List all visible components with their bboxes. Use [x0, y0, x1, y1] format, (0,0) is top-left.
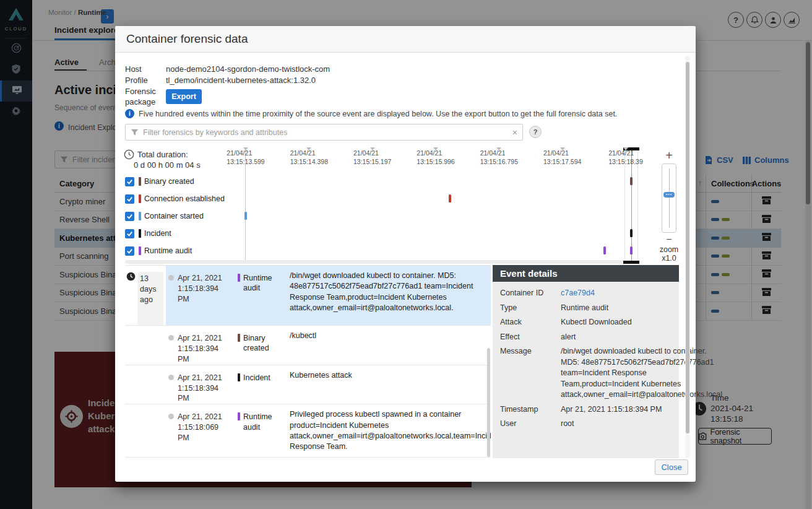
checkbox-checked[interactable]: [125, 246, 134, 256]
modal-scrollbar-handle[interactable]: [686, 62, 689, 433]
event-date: Apr 21, 2021: [178, 412, 231, 422]
time-ago-badge: 13 days ago: [137, 272, 163, 325]
modal-header: Container forensic data: [115, 26, 696, 53]
forensic-package-label: Forensic package: [125, 87, 161, 108]
event-marker-connection-established[interactable]: [449, 194, 451, 202]
axis-label: 21/04/2113:15:18.39: [608, 149, 642, 166]
detail-label: Effect: [500, 332, 558, 343]
axis-time: 13:15:15.197: [353, 158, 391, 167]
info-icon: i: [125, 109, 134, 118]
event-marker-container-started[interactable]: [244, 212, 247, 220]
event-type-cell: Connection established: [235, 458, 290, 458]
event-date-cell: Apr 21, 20211:15:16:157 PM: [166, 458, 235, 458]
checkbox-checked[interactable]: [125, 194, 134, 204]
event-dot-icon: [168, 414, 174, 419]
timeline-hscrollbar[interactable]: [125, 260, 624, 264]
event-row[interactable]: 13 days agoApr 21, 20211:15:18:394 PMRun…: [125, 266, 491, 326]
legend-swatch: [139, 212, 141, 220]
event-type-cell: Runtime audit: [235, 404, 290, 457]
axis-time: 13:15:13.599: [227, 158, 264, 167]
time-ago-cell: [125, 404, 166, 457]
clock-icon: [126, 272, 136, 325]
zoom-out-button[interactable]: −: [651, 234, 687, 245]
detail-label: Type: [500, 303, 558, 314]
event-time: 1:15:18:394 PM: [178, 383, 231, 404]
legend-item: Connection established: [125, 193, 225, 205]
event-datetime: Apr 21, 20211:15:18:394 PM: [178, 333, 231, 365]
detail-label: Timestamp: [500, 404, 558, 415]
event-message-cell: Privileged process kubectl spawned in a …: [290, 404, 491, 457]
event-date: Apr 21, 2021: [178, 373, 231, 383]
event-message-cell: /kubectl: [290, 326, 491, 365]
time-ago-cell: [125, 326, 166, 365]
event-list: 13 days agoApr 21, 20211:15:18:394 PMRun…: [125, 265, 491, 458]
event-date: Apr 21, 2021: [178, 273, 231, 284]
detail-value: Kubectl Downloaded: [561, 317, 722, 328]
forensics-filter-placeholder: Filter forensics by keywords and attribu…: [143, 128, 287, 137]
legend-item: Binary created: [125, 175, 225, 188]
modal-info-row: i Five hundred events within the time pr…: [125, 109, 617, 118]
event-type-cell: Runtime audit: [235, 266, 290, 325]
event-type-label: Binary created: [243, 333, 286, 365]
modal-info-text: Five hundred events within the time prox…: [139, 109, 617, 118]
event-dot-icon: [168, 335, 174, 341]
zoom-slider-handle[interactable]: •••: [663, 192, 675, 198]
legend-label: Connection established: [144, 194, 225, 203]
legend-item: Container started: [125, 210, 225, 222]
axis-time: 13:15:15.996: [417, 158, 454, 167]
filter-help-button[interactable]: ?: [529, 126, 542, 138]
axis-label: 21/04/2113:15:17.594: [543, 149, 581, 166]
event-date-cell: Apr 21, 20211:15:18:394 PM: [166, 266, 235, 325]
total-duration-row: Total duration:: [124, 149, 188, 160]
zoom-in-button[interactable]: +: [651, 149, 687, 163]
app-window: CLOUD › Monitor / Runtime Incident explo…: [0, 0, 812, 509]
detail-label: Message: [500, 346, 558, 401]
detail-value[interactable]: c7ae79d4: [561, 288, 722, 299]
forensics-filter-input[interactable]: Filter forensics by keywords and attribu…: [125, 124, 523, 141]
detail-label: User: [500, 419, 558, 430]
axis-date: 21/04/21: [543, 149, 581, 158]
checkbox-checked[interactable]: [125, 229, 134, 238]
brush-handle-bottom[interactable]: [623, 261, 639, 264]
axis-date: 21/04/21: [417, 149, 454, 158]
detail-label: Attack: [500, 317, 558, 328]
event-row[interactable]: Apr 21, 20211:15:18:394 PMIncidentKubern…: [125, 365, 491, 405]
host-value: node-demo2104-sgordon-demo-twistlock-com: [166, 64, 330, 74]
time-ago-cell: 13 days ago: [125, 266, 166, 325]
duration-clock-icon: [124, 149, 134, 160]
export-button[interactable]: Export: [166, 89, 202, 104]
forensic-modal: Container forensic data Host node-demo21…: [115, 26, 696, 482]
detail-value: /bin/wget downloaded kubectl to containe…: [561, 346, 722, 401]
event-date: Apr 21, 2021: [178, 333, 231, 344]
event-type-swatch: [238, 274, 240, 282]
event-marker-runtime-audit[interactable]: [603, 246, 606, 254]
zoom-label: zoom: [651, 245, 687, 254]
clear-filter-icon[interactable]: ×: [512, 128, 517, 137]
event-list-scrollbar[interactable]: [487, 348, 490, 457]
event-row[interactable]: Apr 21, 20211:15:18:069 PMRuntime auditP…: [125, 404, 491, 458]
event-details-fields: Container IDc7ae79d4TypeRuntime auditAtt…: [500, 288, 672, 430]
event-row[interactable]: Apr 21, 20211:15:16:157 PMConnection est…: [125, 458, 491, 458]
brush-marker-incident: [630, 229, 633, 237]
profile-label: Profile: [125, 76, 148, 85]
event-details-panel: Event details Container IDc7ae79d4TypeRu…: [493, 265, 679, 458]
legend-swatch: [139, 229, 141, 238]
axis-time: 13:15:18.39: [608, 158, 642, 167]
host-label: Host: [125, 64, 142, 74]
legend-label: Incident: [144, 229, 171, 238]
legend-item: Runtime audit: [125, 245, 225, 257]
event-time: 1:15:18:394 PM: [178, 284, 231, 305]
legend-label: Container started: [144, 212, 204, 220]
axis-date: 21/04/21: [227, 149, 264, 158]
checkbox-checked[interactable]: [125, 212, 134, 221]
checkbox-checked[interactable]: [125, 177, 134, 186]
legend-item: Incident: [125, 227, 225, 240]
legend-swatch: [139, 177, 141, 186]
close-button[interactable]: Close: [655, 459, 688, 475]
event-type-label: Incident: [243, 373, 270, 404]
brush-axis-line: [631, 150, 632, 261]
event-datetime: Apr 21, 20211:15:18:069 PM: [178, 412, 231, 457]
legend-label: Runtime audit: [144, 246, 192, 255]
timeline-plot[interactable]: 21/04/2113:15:13.59921/04/2113:15:14.398…: [245, 147, 625, 264]
event-row[interactable]: Apr 21, 20211:15:18:394 PMBinary created…: [125, 326, 491, 365]
